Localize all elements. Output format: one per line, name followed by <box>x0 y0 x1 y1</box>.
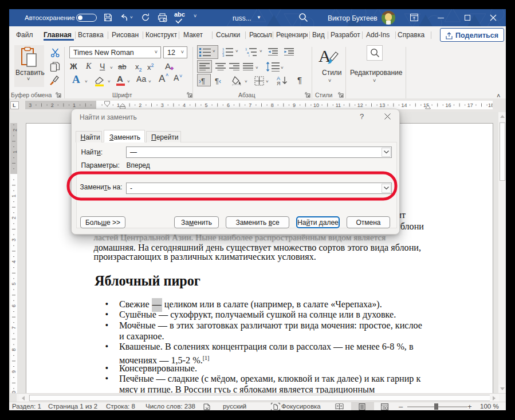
svg-text:18: 18 <box>488 102 493 108</box>
svg-text:5: 5 <box>11 282 17 285</box>
svg-text:10: 10 <box>313 102 319 108</box>
svg-text:4: 4 <box>11 260 17 263</box>
svg-text:Я: Я <box>277 81 281 86</box>
svg-text:9: 9 <box>11 370 17 373</box>
svg-text:4: 4 <box>183 102 186 108</box>
svg-text:8: 8 <box>11 348 17 351</box>
svg-text:3: 3 <box>161 102 164 108</box>
svg-text:1: 1 <box>117 102 120 108</box>
svg-text:2: 2 <box>51 102 54 108</box>
svg-text:5: 5 <box>205 102 207 108</box>
svg-text:7: 7 <box>11 326 17 329</box>
svg-text:3: 3 <box>11 239 17 241</box>
svg-text:13: 13 <box>379 102 385 108</box>
svg-text:16: 16 <box>445 102 451 108</box>
svg-text:3: 3 <box>29 102 32 108</box>
svg-text:2: 2 <box>11 216 17 219</box>
svg-text:1: 1 <box>12 150 17 153</box>
svg-text:3: 3 <box>222 54 225 57</box>
svg-text:6: 6 <box>11 304 17 307</box>
svg-text:12: 12 <box>357 102 363 108</box>
svg-text:9: 9 <box>293 102 296 108</box>
svg-text:8: 8 <box>271 102 274 108</box>
svg-text:2: 2 <box>12 129 17 132</box>
svg-text:7: 7 <box>249 102 251 108</box>
svg-text:i: i <box>249 54 249 57</box>
svg-text:14: 14 <box>402 102 407 108</box>
svg-text:11: 11 <box>336 102 341 108</box>
svg-text:1: 1 <box>11 195 17 197</box>
svg-text:2: 2 <box>139 102 141 108</box>
svg-text:1: 1 <box>73 102 76 108</box>
svg-text:10: 10 <box>11 391 17 393</box>
svg-text:17: 17 <box>467 102 473 108</box>
svg-text:6: 6 <box>227 102 230 108</box>
